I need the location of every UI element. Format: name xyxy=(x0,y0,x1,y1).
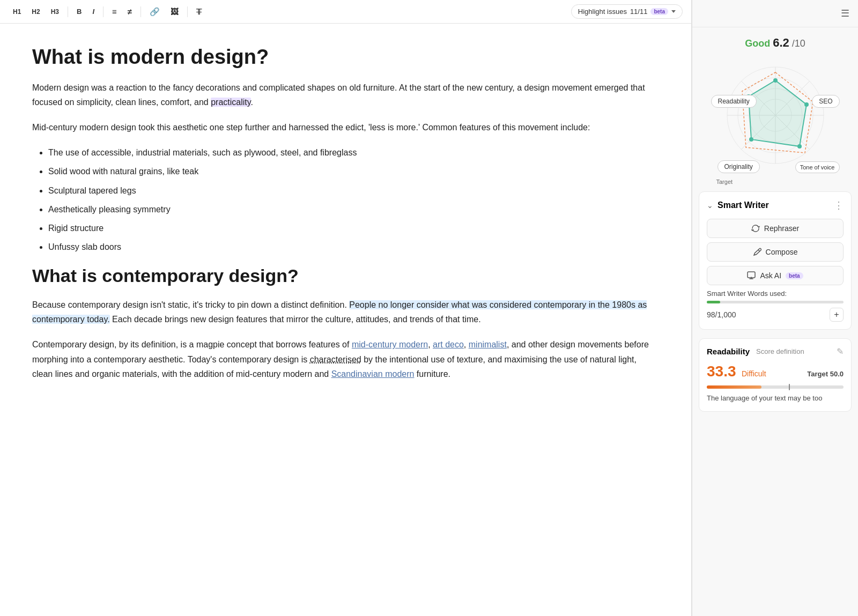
ask-ai-label: Ask AI xyxy=(760,271,781,280)
words-count: 98/1,000 xyxy=(707,310,736,319)
paragraph-3: Because contemporary design isn't static… xyxy=(32,298,659,326)
menu-icon[interactable]: ☰ xyxy=(841,8,849,19)
score-label: Good 6.2 /10 xyxy=(745,36,805,50)
unordered-list-button[interactable]: ≠ xyxy=(123,5,136,18)
sidebar-header: ☰ xyxy=(692,0,858,27)
score-out-of: /10 xyxy=(792,38,805,49)
ask-ai-beta-badge: beta xyxy=(786,272,803,279)
readability-scores-row: 33.3 Difficult Target 50.0 xyxy=(707,363,844,380)
editor-content[interactable]: What is modern design? Modern design was… xyxy=(0,24,691,616)
radar-chart-container: Readability SEO Originality Tone of voic… xyxy=(716,56,834,174)
highlight-issues-button[interactable]: Highlight issues 11/11 beta xyxy=(571,4,683,19)
beta-badge: beta xyxy=(650,8,668,15)
highlight-practicality: practicality xyxy=(211,98,250,107)
chevron-down-icon xyxy=(671,10,676,13)
list-item-5: Rigid structure xyxy=(48,221,659,235)
link-art-deco[interactable]: art deco xyxy=(433,340,464,349)
originality-axis-button[interactable]: Originality xyxy=(718,160,760,173)
list-item-2: Solid wood with natural grains, like tea… xyxy=(48,164,659,179)
words-used-value: 98 xyxy=(707,310,715,319)
heading-1: What is modern design? xyxy=(32,45,659,70)
h1-button[interactable]: H1 xyxy=(9,6,25,18)
highlight-count: 11/11 xyxy=(630,8,648,16)
list-item-4: Aesthetically pleasing symmetry xyxy=(48,202,659,217)
words-count-row: 98/1,000 + xyxy=(707,308,844,322)
bold-button[interactable]: B xyxy=(72,5,86,18)
svg-point-10 xyxy=(804,102,809,107)
highlight-label: Highlight issues xyxy=(578,8,627,16)
words-used-label: Smart Writer Words used: xyxy=(707,290,844,298)
italic-button[interactable]: I xyxy=(88,5,99,18)
link-mid-century[interactable]: mid-century modern xyxy=(352,340,428,349)
collapse-icon[interactable]: ⌄ xyxy=(707,201,713,210)
readability-section: Readability Score definition ✎ 33.3 Diff… xyxy=(699,338,852,412)
readability-axis-button[interactable]: Readability xyxy=(711,95,757,108)
more-options-icon[interactable]: ⋮ xyxy=(834,199,844,211)
smart-writer-title: Smart Writer xyxy=(718,201,830,210)
separator-1 xyxy=(68,6,68,17)
target-value: 50.0 xyxy=(830,370,844,378)
target-label: Target xyxy=(716,179,733,185)
rephraser-button[interactable]: Rephraser xyxy=(707,219,844,238)
smart-writer-header: ⌄ Smart Writer ⋮ xyxy=(707,199,844,211)
readability-progress-bar xyxy=(707,385,844,389)
separator-3 xyxy=(140,6,141,17)
readability-header: Readability Score definition ✎ xyxy=(707,346,844,357)
readability-score-value: 33.3 xyxy=(707,363,736,380)
score-definition-link[interactable]: Score definition xyxy=(756,347,804,355)
ordered-list-button[interactable]: ≡ xyxy=(108,5,121,18)
svg-point-12 xyxy=(749,137,753,142)
list-item-1: The use of accessible, industrial materi… xyxy=(48,145,659,160)
readability-target: Target 50.0 xyxy=(807,370,844,378)
ask-ai-icon xyxy=(747,271,756,280)
highlight-contemporary: People no longer consider what was consi… xyxy=(32,300,647,324)
list-item-3: Sculptural tapered legs xyxy=(48,183,659,198)
heading-2: What is contemporary design? xyxy=(32,265,659,287)
smart-writer-section: ⌄ Smart Writer ⋮ Rephraser Compose xyxy=(699,191,852,330)
features-list: The use of accessible, industrial materi… xyxy=(32,145,659,254)
tone-axis-button[interactable]: Tone of voice xyxy=(795,161,840,173)
separator-2 xyxy=(103,6,103,17)
readability-bar-marker xyxy=(789,384,790,390)
h3-button[interactable]: H3 xyxy=(47,6,63,18)
ask-ai-button[interactable]: Ask AI beta xyxy=(707,266,844,285)
compose-label: Compose xyxy=(766,248,798,256)
highlight-characterised: characterised xyxy=(310,355,361,364)
edit-icon[interactable]: ✎ xyxy=(837,346,844,357)
rephraser-label: Rephraser xyxy=(764,224,799,233)
compose-icon xyxy=(753,248,761,256)
paragraph-4: Contemporary design, by its definition, … xyxy=(32,337,659,381)
score-section: Good 6.2 /10 xyxy=(692,27,858,187)
format-clear-button[interactable]: 𝕋 xyxy=(192,5,206,18)
rephraser-icon xyxy=(751,224,760,233)
seo-axis-button[interactable]: SEO xyxy=(812,95,839,108)
link-minimalist[interactable]: minimalist xyxy=(469,340,507,349)
separator-4 xyxy=(187,6,188,17)
target-label-text: Target xyxy=(807,370,828,378)
svg-point-9 xyxy=(773,78,778,83)
score-value: 6.2 xyxy=(773,36,789,49)
editor-panel: H1 H2 H3 B I ≡ ≠ 🔗 🖼 𝕋 Highlight issues … xyxy=(0,0,692,616)
link-scandinavian[interactable]: Scandinavian modern xyxy=(331,369,415,378)
svg-line-15 xyxy=(758,250,760,251)
words-progress-fill xyxy=(707,301,720,303)
editor-toolbar: H1 H2 H3 B I ≡ ≠ 🔗 🖼 𝕋 Highlight issues … xyxy=(0,0,691,24)
readability-note: The language of your text may be too xyxy=(707,393,844,404)
compose-button[interactable]: Compose xyxy=(707,242,844,262)
h2-button[interactable]: H2 xyxy=(27,6,44,18)
radar-chart xyxy=(716,56,834,174)
words-progress-bar xyxy=(707,301,844,303)
readability-bar-fill xyxy=(707,385,761,389)
readability-title: Readability xyxy=(707,347,750,356)
words-total: 1,000 xyxy=(717,310,736,319)
image-button[interactable]: 🖼 xyxy=(166,5,183,18)
readability-difficulty: Difficult xyxy=(742,369,766,378)
sidebar-panel: ☰ Good 6.2 /10 xyxy=(692,0,858,616)
svg-marker-8 xyxy=(749,80,807,146)
good-label: Good xyxy=(745,38,770,49)
add-words-button[interactable]: + xyxy=(830,308,844,322)
paragraph-1: Modern design was a reaction to the fanc… xyxy=(32,80,659,109)
svg-point-11 xyxy=(797,144,802,149)
readability-score-group: 33.3 Difficult xyxy=(707,363,766,380)
link-button[interactable]: 🔗 xyxy=(145,5,164,19)
